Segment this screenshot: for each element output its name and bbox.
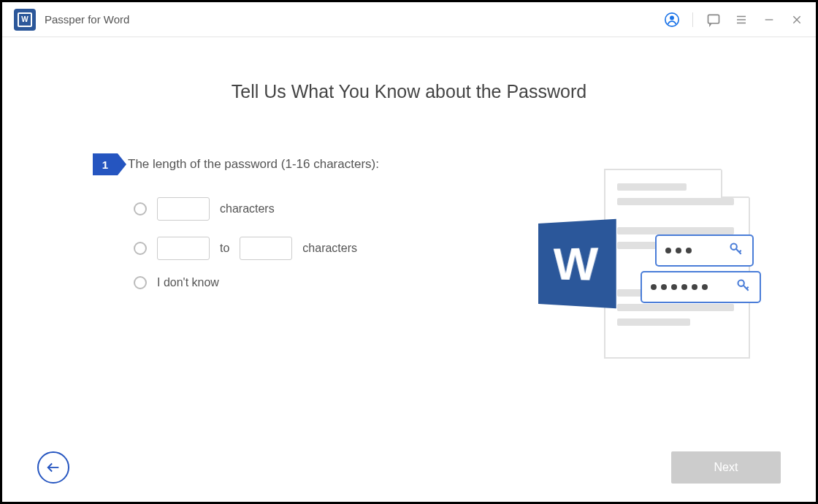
range-suffix-label: characters [302,242,357,255]
svg-line-14 [746,287,748,289]
range-to-label: to [220,242,229,255]
key-icon [729,242,744,259]
user-account-icon[interactable] [665,12,679,27]
back-button[interactable] [37,451,69,484]
exact-length-input[interactable] [157,197,210,221]
titlebar-controls [665,12,804,27]
key-icon [736,278,751,296]
range-from-input[interactable] [157,237,210,260]
close-icon[interactable] [790,12,804,27]
unknown-label: I don't know [157,276,219,289]
feedback-icon[interactable] [706,12,721,27]
footer: Next [2,451,816,484]
svg-point-12 [738,280,744,286]
content-area: Tell Us What You Know about the Password… [2,37,816,502]
radio-unknown[interactable] [134,276,147,289]
svg-point-9 [731,244,737,250]
svg-rect-2 [708,15,719,23]
page-heading: Tell Us What You Know about the Password [61,81,757,102]
svg-point-1 [670,15,674,20]
word-logo-illustration: W [538,224,619,304]
step-badge: 1 [93,153,118,175]
password-box-long [641,271,761,303]
range-to-input[interactable] [240,237,292,260]
illustration: W [546,169,750,373]
menu-icon[interactable] [734,12,749,27]
radio-range[interactable] [134,242,147,255]
minimize-icon[interactable] [762,12,776,27]
app-logo-letter: W [18,12,32,27]
app-logo: W [14,9,36,31]
titlebar: W Passper for Word [2,2,816,37]
app-window: W Passper for Word Tell Us What You Know… [2,2,816,502]
svg-line-11 [739,251,741,253]
app-title: Passper for Word [45,13,129,26]
question-text: The length of the password (1-16 charact… [128,157,379,172]
password-box-short [655,234,754,267]
titlebar-divider [692,12,693,27]
exact-suffix-label: characters [220,202,275,215]
radio-exact[interactable] [134,202,147,215]
next-button[interactable]: Next [671,451,781,484]
